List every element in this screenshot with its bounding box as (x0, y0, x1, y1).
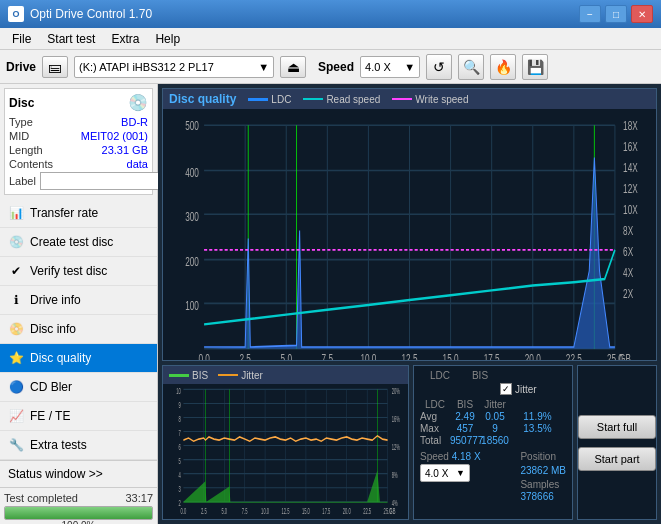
nav-drive-info-label: Drive info (30, 293, 81, 307)
nav-verify-test-disc-label: Verify test disc (30, 264, 107, 278)
bis-col-header: BIS (450, 399, 480, 410)
svg-text:10.0: 10.0 (360, 351, 376, 360)
drive-combo-arrow: ▼ (258, 61, 269, 73)
svg-text:2.5: 2.5 (239, 351, 250, 360)
refresh-btn[interactable]: ↺ (426, 54, 452, 80)
avg-jitter: 11.9% (510, 411, 565, 422)
speed-header: Speed (420, 451, 452, 462)
maximize-button[interactable]: □ (605, 5, 627, 23)
svg-text:2X: 2X (623, 287, 633, 301)
svg-text:22.5: 22.5 (363, 506, 371, 515)
svg-text:12.5: 12.5 (402, 351, 418, 360)
svg-text:4: 4 (179, 470, 181, 479)
read-speed-legend-label: Read speed (326, 94, 380, 105)
speed-select[interactable]: 4.0 X ▼ (420, 464, 470, 482)
disc-mid-label: MID (9, 130, 29, 142)
ldc-legend-color (248, 98, 268, 101)
nav-disc-quality-label: Disc quality (30, 351, 91, 365)
read-speed-legend-color (303, 98, 323, 100)
burn-btn[interactable]: 🔥 (490, 54, 516, 80)
menu-help[interactable]: Help (147, 30, 188, 48)
drive-combo[interactable]: (K:) ATAPI iHBS312 2 PL17 ▼ (74, 56, 274, 78)
fe-te-icon: 📈 (8, 408, 24, 424)
nav-extra-tests-label: Extra tests (30, 438, 87, 452)
nav-fe-te[interactable]: 📈 FE / TE (0, 402, 157, 431)
menu-file[interactable]: File (4, 30, 39, 48)
ldc-col-header: LDC (420, 399, 450, 410)
nav-cd-bler-label: CD Bler (30, 380, 72, 394)
svg-text:16%: 16% (392, 414, 400, 423)
jitter-checkbox[interactable]: ✓ (500, 383, 512, 395)
svg-text:10: 10 (176, 386, 181, 395)
nav-transfer-rate[interactable]: 📊 Transfer rate (0, 199, 157, 228)
speed-value: 4.18 X (452, 451, 481, 462)
svg-text:18X: 18X (623, 118, 638, 132)
drive-icon-btn[interactable]: 🖴 (42, 56, 68, 78)
speed-combo-value: 4.0 X (365, 61, 391, 73)
disc-quality-icon: ⭐ (8, 350, 24, 366)
max-label: Max (420, 423, 450, 434)
start-part-button[interactable]: Start part (578, 447, 656, 471)
jitter-legend-color (218, 374, 238, 376)
svg-text:0.0: 0.0 (181, 506, 187, 515)
upper-chart-svg: 500 400 300 200 100 18X 16X 14X 12X 10X … (163, 109, 656, 360)
svg-text:500: 500 (185, 118, 199, 132)
nav-disc-info[interactable]: 📀 Disc info (0, 315, 157, 344)
svg-text:14X: 14X (623, 160, 638, 174)
position-label: Position (520, 451, 556, 462)
disc-label-input[interactable] (40, 172, 173, 190)
scan-btn[interactable]: 🔍 (458, 54, 484, 80)
menu-start-test[interactable]: Start test (39, 30, 103, 48)
svg-text:GB: GB (619, 351, 631, 360)
status-window-label: Status window >> (8, 467, 103, 481)
nav-verify-test-disc[interactable]: ✔ Verify test disc (0, 257, 157, 286)
svg-text:9: 9 (179, 400, 181, 409)
disc-contents-label: Contents (9, 158, 53, 170)
jitter-checkbox-area[interactable]: ✓ Jitter (500, 383, 537, 395)
progress-bar-fill (5, 507, 152, 519)
disc-title: Disc (9, 96, 34, 110)
svg-text:20%: 20% (392, 386, 400, 395)
svg-text:7.5: 7.5 (322, 351, 333, 360)
start-full-button[interactable]: Start full (578, 415, 656, 439)
disc-mid-value: MEIT02 (001) (81, 130, 148, 142)
nav-cd-bler[interactable]: 🔵 CD Bler (0, 373, 157, 402)
nav-drive-info[interactable]: ℹ Drive info (0, 286, 157, 315)
stats-panel: LDC BIS ✓ Jitter LDC BIS Jitter (413, 365, 573, 520)
speed-combo[interactable]: 4.0 X ▼ (360, 56, 420, 78)
nav-items: 📊 Transfer rate 💿 Create test disc ✔ Ver… (0, 199, 157, 460)
title-bar: O Opti Drive Control 1.70 − □ ✕ (0, 0, 661, 28)
disc-length-label: Length (9, 144, 43, 156)
progress-bar-container (4, 506, 153, 520)
write-speed-legend-color (392, 98, 412, 100)
speed-combo-arrow: ▼ (404, 61, 415, 73)
disc-header: Disc 💿 (9, 93, 148, 112)
total-ldc: 950777 (450, 435, 480, 446)
svg-text:100: 100 (185, 298, 199, 312)
speed-label: Speed (318, 60, 354, 74)
status-window-btn[interactable]: Status window >> (0, 460, 157, 487)
save-btn[interactable]: 💾 (522, 54, 548, 80)
samples-value: 378666 (520, 491, 553, 502)
disc-length-row: Length 23.31 GB (9, 144, 148, 156)
close-button[interactable]: ✕ (631, 5, 653, 23)
nav-extra-tests[interactable]: 🔧 Extra tests (0, 431, 157, 460)
disc-mid-row: MID MEIT02 (001) (9, 130, 148, 142)
nav-create-test-disc-label: Create test disc (30, 235, 113, 249)
progress-time: 33:17 (125, 492, 153, 504)
avg-row: Avg 2.49 0.05 11.9% (420, 411, 566, 422)
disc-label-row: Label 🔍 (9, 172, 148, 190)
svg-text:200: 200 (185, 254, 199, 268)
svg-text:20.0: 20.0 (343, 506, 351, 515)
menu-extra[interactable]: Extra (103, 30, 147, 48)
window-title: Opti Drive Control 1.70 (30, 7, 579, 21)
nav-disc-quality[interactable]: ⭐ Disc quality (0, 344, 157, 373)
svg-text:6: 6 (179, 442, 181, 451)
minimize-button[interactable]: − (579, 5, 601, 23)
svg-text:7.5: 7.5 (242, 506, 248, 515)
svg-text:6X: 6X (623, 244, 633, 258)
eject-btn[interactable]: ⏏ (280, 56, 306, 78)
avg-bis: 0.05 (480, 411, 510, 422)
menu-bar: File Start test Extra Help (0, 28, 661, 50)
nav-create-test-disc[interactable]: 💿 Create test disc (0, 228, 157, 257)
